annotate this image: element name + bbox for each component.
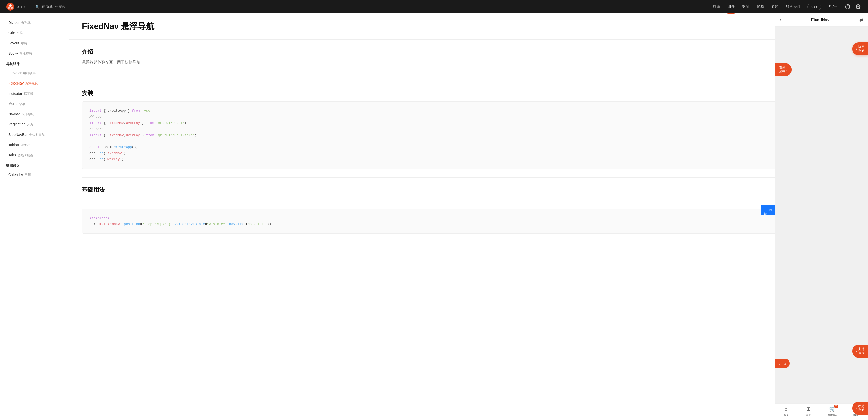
section-title-install: 安装	[82, 89, 856, 97]
nutui-logo-icon	[6, 3, 14, 11]
feedback-side-btn[interactable]: ✉ 反馈	[761, 205, 775, 215]
content-body: 介绍 悬浮收起体验交互，用于快捷导航 vue / taro 安装 import …	[69, 40, 868, 246]
preview-header: ‹ FixedNav ⇌	[775, 13, 868, 27]
demo-tabbar: ⌂ 首页 ⊞ 分类 🛒 2 购物车 👤 我的	[775, 403, 868, 420]
section-title-intro: 介绍	[82, 48, 856, 56]
svg-point-1	[9, 4, 12, 7]
sidebar-item-elevator[interactable]: Elevator 电梯楼层	[0, 68, 69, 78]
search-icon: 🔍	[35, 5, 39, 9]
github-icon[interactable]	[844, 3, 851, 10]
preview-title: FixedNav	[811, 18, 829, 22]
install-code-block: import { createApp } from 'vue'; // vue …	[82, 101, 856, 169]
header-nav: 指南 组件 案例 资源 通知 加入我们 3.x ▾ En/中	[713, 3, 862, 10]
demo-tab-home[interactable]: ⌂ 首页	[783, 406, 789, 417]
page-title: FixedNav 悬浮导航	[82, 21, 154, 32]
header-icons	[844, 3, 862, 10]
sidebar-item-tabbar[interactable]: Tabbar 标签栏	[0, 140, 69, 150]
preview-back-btn[interactable]: ‹	[780, 18, 781, 23]
nav-cases[interactable]: 案例	[742, 3, 749, 10]
sidebar-item-grid[interactable]: Grid 宫格	[0, 28, 69, 38]
demo-tab-cart[interactable]: 🛒 2 购物车	[828, 406, 837, 417]
lang-switcher[interactable]: En/中	[828, 4, 837, 9]
basic-code-block: <template> <nut-fixednav :position="{top…	[82, 209, 856, 234]
search-label: 在 NutUI 中搜索	[41, 4, 65, 9]
sidebar-section-nav: 导航组件	[0, 59, 69, 68]
sidebar-item-divider[interactable]: Divider 分割线	[0, 18, 69, 28]
sidebar-item-tabs[interactable]: Tabs 选项卡切换	[0, 150, 69, 160]
main-layout: Divider 分割线 Grid 宫格 Layout 布局 Sticky 粘性布…	[0, 13, 868, 420]
gitee-icon[interactable]	[855, 3, 862, 10]
demo-tab-category[interactable]: ⊞ 分类	[806, 406, 811, 417]
sidebar-item-sidenavbar[interactable]: SideNavBar 侧边栏导航	[0, 130, 69, 140]
sidebar-section-data: 数据录入	[0, 160, 69, 170]
version-selector[interactable]: 3.x ▾	[807, 4, 822, 10]
sidebar-item-sticky[interactable]: Sticky 粘性布局	[0, 49, 69, 59]
nav-notifications[interactable]: 通知	[771, 3, 778, 10]
intro-desc: 悬浮收起体验交互，用于快捷导航	[82, 60, 140, 65]
demo-quick-nav-btn[interactable]: ‹ 快速导航	[852, 42, 868, 56]
sidebar-item-menu[interactable]: Menu 菜单	[0, 99, 69, 109]
sidebar-item-indicator[interactable]: Indicator 指示器	[0, 89, 69, 99]
section-divider-1	[82, 81, 856, 81]
demo-open-btn[interactable]: 开 □	[775, 359, 790, 368]
phone-screen: ‹ 快速导航 左侧展开 › ⌂ 首页 ⊞	[775, 27, 868, 420]
preview-translate-btn[interactable]: ⇌	[860, 17, 863, 23]
preview-panel: ‹ FixedNav ⇌ ‹ 快速导航 左侧展开 ›	[775, 13, 868, 420]
nav-resources[interactable]: 资源	[756, 3, 764, 10]
nav-join-us[interactable]: 加入我们	[785, 3, 800, 10]
preview-body: ‹ 快速导航 左侧展开 › ⌂ 首页 ⊞	[775, 27, 868, 420]
cart-badge: 2	[834, 405, 838, 408]
page-header: FixedNav 悬浮导航 + Issue ⊙ Open ✓ Closed	[69, 13, 868, 40]
svg-point-2	[8, 7, 10, 9]
nav-guide[interactable]: 指南	[713, 3, 720, 10]
demo-collect-nav-btn[interactable]: › 收起导航	[852, 401, 868, 415]
nav-components[interactable]: 组件	[727, 3, 735, 10]
demo-support-drag-btn[interactable]: ‹ 支持拖拽	[852, 344, 868, 358]
logo-area[interactable]: 3.3.0	[6, 3, 25, 11]
sidebar: Divider 分割线 Grid 宫格 Layout 布局 Sticky 粘性布…	[0, 13, 69, 420]
sidebar-item-calendar[interactable]: Calender 日历	[0, 170, 69, 180]
demo-right-quick-nav: ‹ 快速导航	[852, 42, 868, 56]
header-divider	[30, 4, 30, 10]
sidebar-item-fixednav[interactable]: FixedNav 悬浮导航	[0, 78, 69, 89]
app-header: 3.3.0 🔍 在 NutUI 中搜索 指南 组件 案例 资源 通知 加入我们 …	[0, 0, 868, 13]
main-content: FixedNav 悬浮导航 + Issue ⊙ Open ✓ Closed 介绍…	[69, 13, 868, 420]
search-area[interactable]: 🔍 在 NutUI 中搜索	[35, 4, 65, 9]
sidebar-item-pagination[interactable]: Pagination 分页	[0, 119, 69, 130]
feedback-icon: ✉	[769, 208, 773, 212]
svg-point-3	[11, 7, 13, 9]
app-version: 3.3.0	[17, 5, 25, 9]
demo-left-expanded-btn[interactable]: 左侧展开 ›	[775, 63, 792, 76]
sidebar-item-layout[interactable]: Layout 布局	[0, 38, 69, 49]
sidebar-item-navbar[interactable]: Navbar 头部导航	[0, 109, 69, 120]
section-title-basic: 基础用法	[82, 186, 856, 194]
section-divider-2	[82, 177, 856, 178]
